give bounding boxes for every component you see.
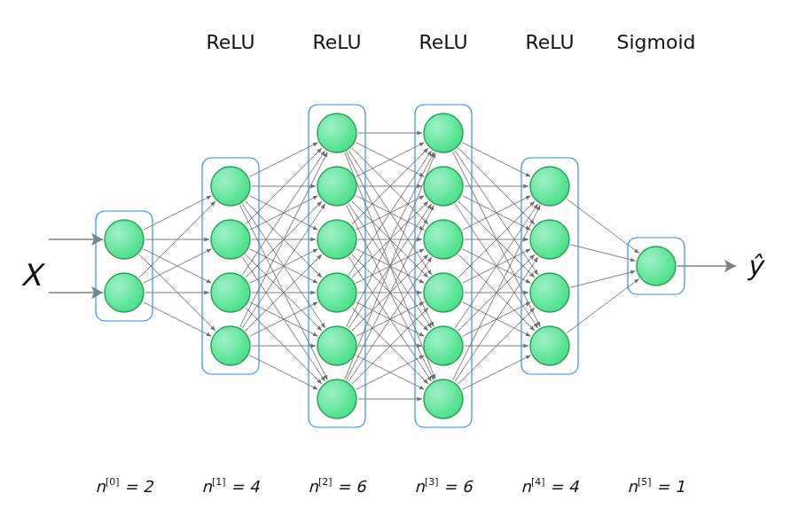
activation-label-5: Sigmoid bbox=[616, 31, 695, 53]
input-symbol: X bbox=[20, 257, 45, 293]
node-l2-n0 bbox=[317, 113, 356, 153]
node-l4-n0 bbox=[530, 167, 569, 206]
neural-network-diagram: ReLUReLUReLUReLUSigmoidn[0] = 2n[1] = 4n… bbox=[0, 0, 798, 532]
activation-label-2: ReLU bbox=[312, 31, 361, 53]
layer-size-label-0: n[0] = 2 bbox=[96, 476, 155, 496]
layer-size-label-1: n[1] = 4 bbox=[202, 476, 261, 496]
node-l3-n1 bbox=[424, 167, 463, 206]
node-l3-n0 bbox=[424, 113, 463, 153]
edges bbox=[49, 133, 736, 399]
node-l2-n5 bbox=[317, 379, 356, 419]
edge bbox=[463, 356, 531, 390]
edge bbox=[144, 196, 212, 231]
output-symbol: ŷ bbox=[747, 250, 765, 281]
node-l2-n4 bbox=[317, 326, 356, 365]
node-l1-n3 bbox=[211, 326, 250, 365]
node-l3-n4 bbox=[424, 326, 463, 365]
node-l1-n0 bbox=[211, 167, 250, 206]
node-l4-n1 bbox=[530, 220, 569, 259]
layer-size-label-4: n[4] = 4 bbox=[521, 476, 580, 496]
node-l3-n5 bbox=[424, 379, 463, 419]
edge bbox=[250, 143, 318, 177]
layer-size-label-5: n[5] = 1 bbox=[628, 476, 685, 496]
layer-size-label-3: n[3] = 6 bbox=[415, 476, 474, 496]
node-l3-n2 bbox=[424, 220, 463, 259]
node-l1-n2 bbox=[211, 273, 250, 312]
layer-size-label-2: n[2] = 6 bbox=[309, 476, 368, 496]
node-l2-n2 bbox=[317, 220, 356, 259]
node-l0-n1 bbox=[105, 273, 144, 312]
node-l4-n3 bbox=[530, 326, 569, 365]
node-l4-n2 bbox=[530, 273, 569, 312]
edge bbox=[242, 151, 325, 275]
node-l2-n3 bbox=[317, 273, 356, 312]
node-l3-n3 bbox=[424, 273, 463, 312]
edge bbox=[250, 356, 318, 390]
edge bbox=[455, 257, 537, 381]
node-l5-n0 bbox=[637, 246, 676, 286]
node-l0-n0 bbox=[105, 220, 144, 259]
edge bbox=[570, 271, 635, 287]
edge bbox=[570, 245, 635, 261]
activation-label-3: ReLU bbox=[419, 31, 467, 53]
activation-label-4: ReLU bbox=[525, 31, 574, 53]
node-l2-n1 bbox=[317, 167, 356, 206]
activation-label-1: ReLU bbox=[206, 31, 254, 53]
edge bbox=[144, 302, 212, 337]
edge bbox=[463, 143, 531, 177]
node-l1-n1 bbox=[211, 220, 250, 259]
